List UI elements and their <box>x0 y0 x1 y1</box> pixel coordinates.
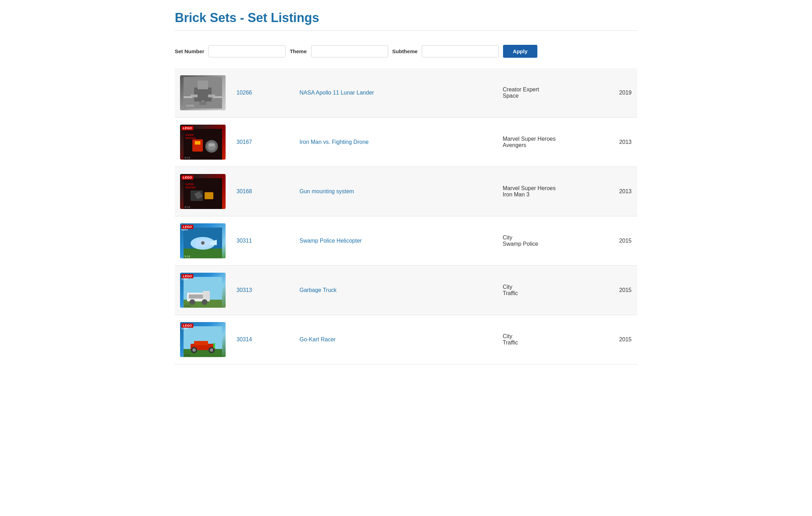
set-number-link[interactable]: 30313 <box>236 287 252 293</box>
svg-text:5-12: 5-12 <box>185 255 191 258</box>
set-name-link[interactable]: Iron Man vs. Fighting Drone <box>300 139 369 145</box>
set-year-cell: 2015 <box>595 238 637 244</box>
set-theme-main: City <box>503 333 590 340</box>
set-number-link[interactable]: 30311 <box>236 238 252 244</box>
set-year-cell: 2015 <box>595 336 637 343</box>
set-number-cell: 30314 <box>231 336 294 343</box>
set-name-cell: Garbage Truck <box>294 287 497 293</box>
set-theme-cell: Creator Expert Space <box>497 86 595 99</box>
set-year-cell: 2013 <box>595 139 637 145</box>
set-year-cell: 2013 <box>595 188 637 195</box>
set-image-cell: LEGO SUPER HEROES 6-12 <box>175 171 231 212</box>
svg-text:6-12: 6-12 <box>185 205 191 209</box>
set-name-cell: Go-Kart Racer <box>294 336 497 343</box>
set-theme-sub: Space <box>503 93 590 99</box>
set-image: LEGO CITY 5-12 <box>180 223 226 258</box>
set-number-cell: 30167 <box>231 139 294 145</box>
svg-text:5-12: 5-12 <box>185 354 191 357</box>
set-theme-sub: Swamp Police <box>503 241 590 247</box>
svg-rect-6 <box>213 96 222 98</box>
set-image-cell: 10266 <box>175 72 231 113</box>
set-theme-main: Marvel Super Heroes <box>503 136 590 142</box>
svg-rect-2 <box>198 81 208 89</box>
svg-rect-24 <box>205 192 213 199</box>
subtheme-input[interactable] <box>422 45 499 57</box>
set-theme-cell: City Traffic <box>497 333 595 346</box>
set-theme-sub: Traffic <box>503 290 590 297</box>
set-number-link[interactable]: 30167 <box>236 139 252 145</box>
set-name-link[interactable]: Garbage Truck <box>300 287 337 293</box>
set-theme-main: City <box>503 235 590 241</box>
set-name-link[interactable]: Gun mounting system <box>300 188 354 194</box>
set-theme-cell: Marvel Super Heroes Avengers <box>497 136 595 148</box>
svg-point-48 <box>210 348 213 352</box>
svg-point-47 <box>192 348 196 352</box>
svg-text:HEROES: HEROES <box>185 186 196 189</box>
set-year-cell: 2019 <box>595 90 637 96</box>
set-number-cell: 30311 <box>231 238 294 244</box>
page-wrapper: Brick Sets - Set Listings Set Number The… <box>161 0 651 375</box>
set-image: LEGO SUPER HEROES 6-12 <box>180 125 226 160</box>
theme-label: Theme <box>290 48 307 54</box>
set-name-cell: NASA Apollo 11 Lunar Lander <box>294 90 497 96</box>
set-theme-cell: City Swamp Police <box>497 235 595 247</box>
subtheme-label: Subtheme <box>392 48 418 54</box>
set-name-link[interactable]: Swamp Police Helicopter <box>300 238 362 244</box>
svg-rect-17 <box>209 144 214 146</box>
set-year-cell: 2015 <box>595 287 637 293</box>
set-name-cell: Iron Man vs. Fighting Drone <box>294 139 497 145</box>
svg-point-37 <box>190 299 195 305</box>
set-number-label: Set Number <box>175 48 204 54</box>
svg-text:HEROES: HEROES <box>185 137 196 139</box>
set-image-cell: LEGO CITY 5-12 <box>175 319 231 360</box>
svg-text:10266: 10266 <box>185 104 194 107</box>
svg-text:SUPER: SUPER <box>185 134 194 136</box>
table-row: LEGO SUPER HEROES 6-12 30168 Gun mountin… <box>175 167 637 216</box>
table-row: 10266 10266 NASA Apollo 11 Lunar Lander … <box>175 68 637 118</box>
set-number-cell: 10266 <box>231 90 294 96</box>
set-name-cell: Gun mounting system <box>294 188 497 195</box>
set-image: LEGO SUPER HEROES 6-12 <box>180 174 226 209</box>
svg-rect-39 <box>189 294 203 299</box>
set-name-link[interactable]: Go-Kart Racer <box>300 336 336 342</box>
svg-text:SUPER: SUPER <box>185 183 194 186</box>
set-theme-sub: Iron Man 3 <box>503 191 590 198</box>
set-theme-sub: Traffic <box>503 340 590 346</box>
set-theme-cell: City Traffic <box>497 284 595 297</box>
sets-table: 10266 10266 NASA Apollo 11 Lunar Lander … <box>175 68 637 364</box>
svg-text:6-12: 6-12 <box>185 156 191 159</box>
set-number-link[interactable]: 10266 <box>236 90 252 96</box>
svg-text:5-12: 5-12 <box>185 304 191 307</box>
set-image: 10266 <box>180 75 226 110</box>
set-number-cell: 30313 <box>231 287 294 293</box>
set-theme-cell: Marvel Super Heroes Iron Man 3 <box>497 185 595 198</box>
svg-point-31 <box>201 241 205 245</box>
table-row: LEGO CITY 5-12 30314 <box>175 315 637 364</box>
table-row: LEGO CITY 5-12 30311 Swamp Police Helico… <box>175 216 637 266</box>
table-row: LEGO SUPER HEROES 6-12 30167 Iron <box>175 118 637 167</box>
apply-button[interactable]: Apply <box>503 45 537 58</box>
set-image-cell: LEGO CITY 5-12 <box>175 221 231 261</box>
set-theme-main: Marvel Super Heroes <box>503 185 590 191</box>
theme-input[interactable] <box>311 45 388 57</box>
svg-point-38 <box>202 299 207 305</box>
set-number-input[interactable] <box>208 45 285 57</box>
set-image-cell: LEGO CITY 5-12 <box>175 270 231 311</box>
svg-rect-44 <box>194 341 208 345</box>
filter-bar: Set Number Theme Subtheme Apply <box>175 38 637 65</box>
set-theme-sub: Avengers <box>503 142 590 148</box>
set-name-link[interactable]: NASA Apollo 11 Lunar Lander <box>300 90 374 96</box>
set-number-cell: 30168 <box>231 188 294 195</box>
set-image: LEGO CITY 5-12 <box>180 322 226 357</box>
table-row: LEGO CITY 5-12 30313 Garbage Truck <box>175 266 637 315</box>
set-number-link[interactable]: 30314 <box>236 336 252 342</box>
set-image: LEGO CITY 5-12 <box>180 273 226 308</box>
set-theme-main: City <box>503 284 590 290</box>
svg-rect-8 <box>199 102 206 105</box>
set-image-cell: LEGO SUPER HEROES 6-12 <box>175 122 231 162</box>
svg-rect-49 <box>213 343 215 348</box>
set-number-link[interactable]: 30168 <box>236 188 252 194</box>
svg-rect-14 <box>195 141 200 145</box>
page-title: Brick Sets - Set Listings <box>175 11 637 31</box>
set-name-cell: Swamp Police Helicopter <box>294 238 497 244</box>
